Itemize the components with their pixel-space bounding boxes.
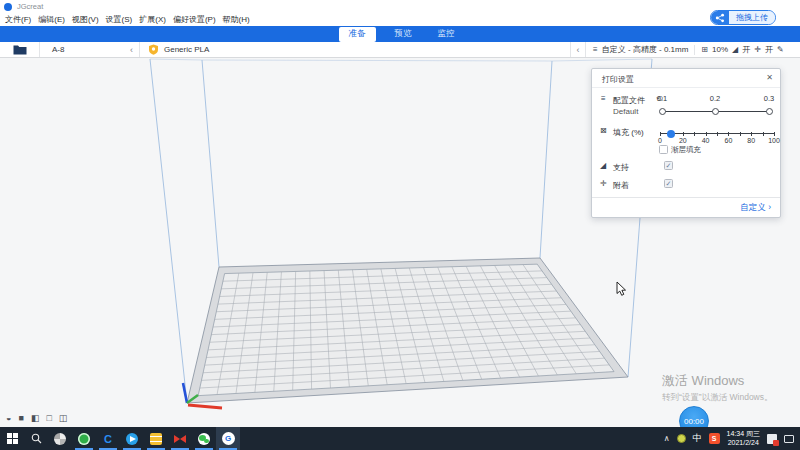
profile-slider-stop[interactable] (766, 108, 773, 115)
panel-divider (592, 197, 780, 198)
open-file-button[interactable] (0, 42, 40, 57)
security-badge-icon[interactable] (767, 434, 777, 444)
infill-tick-label: 20 (673, 137, 693, 144)
jgcreat-icon: G (222, 432, 235, 445)
messenger-icon (126, 433, 138, 445)
green-browser-icon (78, 433, 90, 445)
recorder-time: 00:00 (684, 417, 704, 426)
taskbar-app-pinwheel[interactable] (48, 427, 72, 450)
folder-icon (13, 44, 27, 55)
infill-tick-label: 60 (718, 137, 738, 144)
collapse-right[interactable]: ‹ (570, 42, 586, 57)
sogou-input-icon[interactable]: S (709, 433, 720, 444)
infill-percent: 10% (712, 45, 728, 54)
tab-prepare[interactable]: 准备 (339, 27, 376, 42)
stage-tabs: 准备 预览 监控 (339, 27, 462, 42)
profile-layers-icon: ≡ (593, 45, 598, 54)
custom-settings-button[interactable]: 自定义 › (740, 202, 771, 214)
c-browser-icon: C (104, 433, 112, 445)
wechat-icon (198, 433, 210, 445)
menu-view[interactable]: 视图(V) (72, 14, 99, 25)
pinwheel-icon (54, 433, 66, 445)
adhesion-checkbox[interactable]: ✓ (664, 179, 673, 188)
infill-label: 填充 (%) (613, 127, 644, 138)
app-logo-icon (4, 3, 12, 11)
taskbar: C G ∧ 中 S 14:34 周三 2021/2/24 (0, 427, 800, 450)
config-toolbar: A-8 ‹ Generic PLA ‹ ≡ 自定义 - 高精度 - 0.1mm … (0, 42, 800, 58)
menu-bar: 文件(F) 编辑(E) 视图(V) 设置(S) 扩展(X) 偏好设置(P) 帮助… (0, 13, 800, 26)
taskbar-app-red-media[interactable] (168, 427, 192, 450)
title-bar: JGcreat (0, 0, 800, 13)
upload-button-label: 拖拽上传 (729, 10, 775, 25)
gradual-infill-label: 渐层填充 (671, 145, 701, 155)
hidden-icons-chevron[interactable]: ∧ (664, 434, 670, 443)
view-front-icon[interactable]: ■ (18, 413, 23, 423)
taskbar-search-button[interactable] (24, 427, 48, 450)
taskbar-app-wechat[interactable] (192, 427, 216, 450)
support-icon: ◢ (600, 161, 606, 170)
red-butterfly-icon (174, 433, 186, 445)
taskbar-clock[interactable]: 14:34 周三 2021/2/24 (727, 430, 760, 448)
start-button[interactable] (0, 427, 24, 450)
infill-icon: ⊞ (701, 45, 708, 54)
material-shield-icon (148, 44, 159, 55)
taskbar-app-c-browser[interactable]: C (96, 427, 120, 450)
system-tray: ∧ 中 S 14:34 周三 2021/2/24 (664, 427, 800, 450)
infill-tick-label: 40 (696, 137, 716, 144)
view-right-icon[interactable]: ◫ (59, 413, 68, 423)
menu-preferences[interactable]: 偏好设置(P) (173, 14, 216, 25)
action-center-icon[interactable] (784, 435, 794, 443)
support-state: 开 (742, 44, 750, 55)
window-title: JGcreat (17, 2, 43, 11)
summary-separator (694, 45, 695, 55)
menu-help[interactable]: 帮助(H) (223, 14, 250, 25)
printer-name: A-8 (52, 45, 64, 54)
menu-edit[interactable]: 编辑(E) (38, 14, 65, 25)
view-top-icon[interactable]: ◧ (31, 413, 40, 423)
profile-slider-stop[interactable] (712, 108, 719, 115)
material-name: Generic PLA (164, 45, 209, 54)
stage-bar: 准备 预览 监控 (0, 26, 800, 42)
adhesion-state: 开 (765, 44, 773, 55)
upload-button[interactable]: 拖拽上传 (710, 10, 776, 25)
infill-tick-label: 0 (650, 137, 670, 144)
infill-tick-label: 80 (741, 137, 761, 144)
search-icon (31, 433, 42, 444)
taskbar-app-green-browser[interactable] (72, 427, 96, 450)
profile-label: 配置文件 (613, 95, 645, 106)
ime-indicator[interactable]: 中 (693, 432, 702, 445)
bank-icon (150, 433, 162, 445)
tab-monitor[interactable]: 监控 (431, 27, 462, 41)
print-settings-summary[interactable]: ≡ 自定义 - 高精度 - 0.1mm ⊞ 10% ◢ 开 ✛ 开 ✎ (586, 42, 800, 57)
infill-icon: ⊠ (600, 126, 607, 135)
profile-slider-stop[interactable] (659, 108, 666, 115)
profile-summary-text: 自定义 - 高精度 - 0.1mm (602, 44, 689, 55)
profile-layers-icon: ≡ (601, 94, 606, 103)
close-icon[interactable]: ✕ (766, 73, 773, 82)
taskbar-app-jgcreat[interactable]: G (216, 427, 240, 450)
profile-stop-label: 0.2 (705, 94, 725, 103)
adhesion-label: 附着 (613, 180, 629, 191)
edit-pencil-icon[interactable]: ✎ (777, 45, 784, 54)
taskbar-app-messenger[interactable] (120, 427, 144, 450)
view-3d-icon[interactable]: ◒ (6, 413, 11, 423)
infill-tick-label: 100 (764, 137, 784, 144)
tray-yellow-icon[interactable] (677, 434, 686, 443)
material-selector[interactable]: Generic PLA (140, 42, 570, 57)
gradual-infill-checkbox[interactable] (659, 145, 668, 154)
profile-stop-label: 0.3 (759, 94, 779, 103)
support-label: 支持 (613, 162, 629, 173)
view-left-icon[interactable]: □ (46, 413, 51, 423)
support-checkbox[interactable]: ✓ (664, 161, 673, 170)
tab-preview[interactable]: 预览 (388, 27, 419, 41)
adhesion-icon: ✛ (600, 179, 607, 188)
collapse-left-icon[interactable]: ‹ (130, 45, 133, 55)
menu-file[interactable]: 文件(F) (5, 14, 31, 25)
camera-view-presets: ◒ ■ ◧ □ ◫ (6, 413, 67, 423)
viewport-3d[interactable]: 打印设置 ✕ ≡ 配置文件 ⟲ 0.1 0.2 0.3 Default ⊠ 填充… (0, 58, 800, 427)
clock-date: 2021/2/24 (727, 439, 760, 448)
menu-settings[interactable]: 设置(S) (106, 14, 133, 25)
menu-extensions[interactable]: 扩展(X) (139, 14, 166, 25)
taskbar-app-bank[interactable] (144, 427, 168, 450)
printer-selector[interactable]: A-8 ‹ (40, 42, 140, 57)
